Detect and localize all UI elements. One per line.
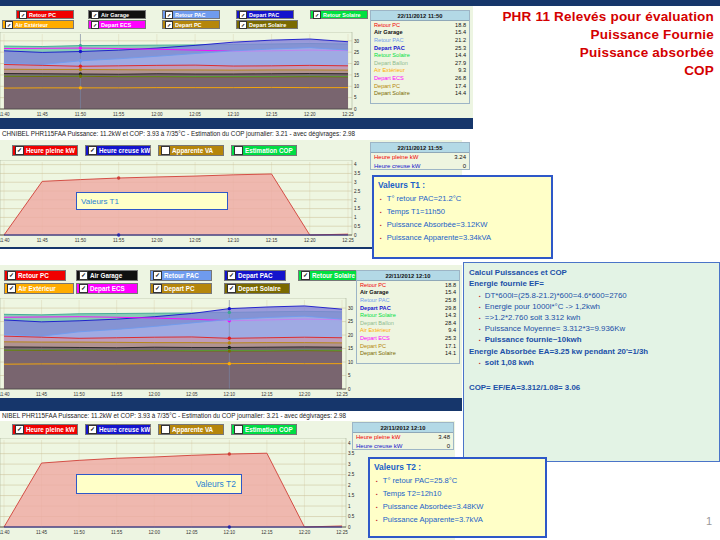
checkbox-icon[interactable]: ✓ [79,284,88,293]
svg-text:25: 25 [348,319,354,324]
checkbox-icon[interactable]: ✓ [165,21,173,29]
panel-row: Retour PAC25.8 [357,296,459,304]
svg-text:12:05: 12:05 [186,530,198,535]
checkbox-icon[interactable]: ✓ [153,271,162,280]
checkbox-icon[interactable]: ✓ [91,21,99,29]
svg-text:12:00: 12:00 [151,238,163,243]
svg-text:12:10: 12:10 [228,112,240,117]
legend-button-retour-pc[interactable]: ✓Retour PC [4,270,66,281]
panel-row: Heure pleine kW3.24 [371,153,469,162]
checkbox-icon[interactable]: ✓ [239,21,247,29]
legend-button-retour-pc[interactable]: ✓Retour PC [16,10,74,19]
checkbox-icon[interactable]: ✓ [7,271,16,280]
checkbox-icon[interactable]: ✓ [19,11,27,19]
svg-text:25: 25 [354,50,360,55]
window-bottom-bar [0,118,473,129]
legend-button-air-exterieur[interactable]: ✓Air Extérieur [2,20,74,29]
checkbox-icon[interactable]: ✓ [5,21,13,29]
svg-text:3: 3 [348,462,351,467]
note-valeurs-t1: Valeurs T1 : ▪T° retour PAC=21.2°C ▪Temp… [372,175,553,259]
checkbox-icon[interactable] [161,425,170,434]
legend-button-depart-pc[interactable]: ✓Depart PC [150,283,212,294]
legend-label: Heure creuse kW [99,147,150,154]
checkbox-icon[interactable]: ✓ [91,11,99,19]
legend-button-estimation-cop[interactable]: Estimation COP [231,145,297,156]
legend-button-heure-pleine[interactable]: ✓Heure pleine kW [12,424,78,435]
checkbox-icon[interactable]: ✓ [153,284,162,293]
panel-row: Depart Solaire14.1 [357,349,459,357]
svg-text:12:10: 12:10 [224,392,236,397]
checkbox-icon[interactable]: ✓ [301,271,310,280]
legend-label: Retour PC [29,12,56,18]
legend-button-retour-solaire[interactable]: ✓Retour Solaire [298,270,360,281]
checkbox-icon[interactable]: ✓ [7,284,16,293]
row-label: Depart PC [360,343,386,349]
svg-text:5: 5 [354,95,357,100]
legend-button-air-exterieur[interactable]: ✓Air Extérieur [4,283,74,294]
bullet-icon: ▪ [376,491,378,497]
calc-cop-result: COP= EF/EA=3.312/1.08= 3.06 [469,383,714,392]
legend-button-depart-pc[interactable]: ✓Depart PC [162,20,220,29]
values-panel-4: 22/11/2012 12:10 Heure pleine kW3.48 Heu… [352,422,454,450]
checkbox-icon[interactable]: ✓ [227,284,236,293]
legend-button-heure-pleine[interactable]: ✓Heure pleine kW [12,145,78,156]
legend-label: Apparente VA [172,426,213,433]
legend-button-apparente-va[interactable]: Apparente VA [158,424,224,435]
legend-label: Depart Solaire [249,22,286,28]
checkbox-icon[interactable]: ✓ [313,11,321,19]
legend-button-retour-pac[interactable]: ✓Retour PAC [162,10,220,19]
panel-row: Depart ECS25.3 [357,334,459,342]
checkbox-icon[interactable]: ✓ [239,11,247,19]
legend-button-air-garage[interactable]: ✓Air Garage [88,10,146,19]
svg-text:12:10: 12:10 [228,238,240,243]
panel-row: Heure creuse kW0 [353,442,453,451]
temperature-chart-2: 11:4011:4511:5011:5512:0012:0512:1012:15… [0,298,362,398]
calc-line: ▪Puissance fournie~10kwh [469,335,714,344]
legend-button-retour-pac[interactable]: ✓Retour PAC [150,270,212,281]
checkbox-icon[interactable]: ✓ [15,425,24,434]
row-value: 29.8 [445,305,456,311]
checkbox-icon[interactable]: ✓ [15,146,24,155]
checkbox-icon[interactable] [234,425,243,434]
svg-text:12:10: 12:10 [224,530,236,535]
bullet-icon: ▪ [380,222,382,228]
row-label: Air Garage [360,289,389,295]
svg-text:11:45: 11:45 [36,530,48,535]
checkbox-icon[interactable]: ✓ [88,146,97,155]
row-label: Depart PAC [360,305,391,311]
legend-button-estimation-cop[interactable]: Estimation COP [231,424,297,435]
svg-text:12:00: 12:00 [148,530,160,535]
svg-text:12:25: 12:25 [336,530,348,535]
checkbox-icon[interactable]: ✓ [165,11,173,19]
legend-button-depart-ecs[interactable]: ✓Depart ECS [76,283,138,294]
panel-row: Depart PC17.1 [357,342,459,350]
legend-button-air-garage[interactable]: ✓Air Garage [76,270,138,281]
svg-text:4: 4 [354,162,357,167]
svg-text:3.5: 3.5 [354,171,361,176]
slide: ✓Retour PC ✓Air Garage ✓Retour PAC ✓Depa… [0,0,720,540]
note-item: ▪T° retour PAC=25.8°C [376,476,541,485]
legend-button-depart-pac[interactable]: ✓Depart PAC [224,270,286,281]
checkbox-icon[interactable]: ✓ [79,271,88,280]
svg-text:11:55: 11:55 [111,392,123,397]
row-value: 17.4 [455,83,466,89]
legend-button-heure-creuse[interactable]: ✓Heure creuse kW [85,145,151,156]
svg-text:2.5: 2.5 [354,189,361,194]
legend-button-apparente-va[interactable]: Apparente VA [158,145,224,156]
legend-button-depart-solaire[interactable]: ✓Depart Solaire [236,20,298,29]
row-label: Retour Solaire [360,312,396,318]
checkbox-icon[interactable]: ✓ [227,271,236,280]
legend-button-heure-creuse[interactable]: ✓Heure creuse kW [85,424,151,435]
checkbox-icon[interactable] [161,146,170,155]
legend-button-retour-solaire[interactable]: ✓Retour Solaire [310,10,368,19]
legend-label: Depart ECS [101,22,131,28]
row-label: Air Garage [374,29,403,35]
legend-button-depart-solaire[interactable]: ✓Depart Solaire [224,283,290,294]
panel-row: Heure pleine kW3.48 [353,433,453,442]
legend-button-depart-pac[interactable]: ✓Depart PAC [236,10,294,19]
legend-button-depart-ecs[interactable]: ✓Depart ECS [88,20,146,29]
svg-text:0: 0 [348,387,351,392]
svg-text:12:25: 12:25 [342,238,354,243]
checkbox-icon[interactable] [234,146,243,155]
checkbox-icon[interactable]: ✓ [88,425,97,434]
